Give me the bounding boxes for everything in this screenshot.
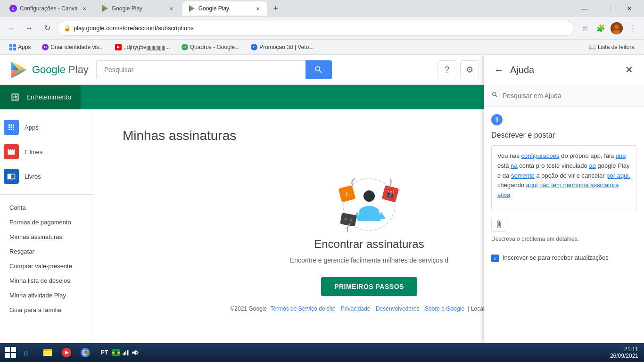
step-indicator: 3 <box>491 114 503 125</box>
taskbar-media[interactable] <box>58 344 75 361</box>
sidebar-item-apps[interactable]: Apps <box>0 115 94 140</box>
help-close-button[interactable]: ✕ <box>621 62 636 77</box>
taskbar-time: 21:11 26/09/2021 <box>606 346 642 359</box>
bookmark-promo-icon: P <box>251 44 257 50</box>
help-text-box[interactable]: Vou nas configurações do próprio app, fa… <box>491 145 636 211</box>
star-button[interactable]: ☆ <box>577 21 592 36</box>
page-content: Google Play <box>0 55 644 343</box>
canva-favicon: C <box>9 5 17 12</box>
tab-gplay-2-label: Google Play <box>198 5 251 12</box>
taskbar-ie[interactable]: e <box>20 344 38 361</box>
bookmarks-bar: Apps C Criar identidade vis... ▶ ,,djhyg… <box>0 40 644 55</box>
url-text: play.google.com/store/account/subscripti… <box>74 25 568 32</box>
tab-gplay-2-close[interactable]: ✕ <box>254 5 262 12</box>
bookmark-quadros[interactable]: D Quadros - Google... <box>178 43 243 51</box>
movies-icon <box>4 144 19 159</box>
bookmark-apps[interactable]: Apps <box>6 43 34 51</box>
sidebar-divider <box>0 194 94 195</box>
help-body: 3 Descrever e postar Vou nas configuraçõ… <box>484 107 644 343</box>
svg-point-45 <box>115 351 117 354</box>
help-panel: ← Ajuda ✕ 3 Descrever e postar Vou nas c… <box>484 55 644 343</box>
reading-list[interactable]: 📖 Lista de leitura <box>585 43 638 51</box>
help-header: ← Ajuda ✕ <box>484 55 644 85</box>
bookmark-promo[interactable]: P Promoção 3d | Veto... <box>247 43 317 51</box>
menu-button[interactable]: ⋮ <box>625 21 640 36</box>
cta-button[interactable]: PRIMEIROS PASSOS <box>321 277 417 296</box>
search-bar <box>96 60 332 79</box>
sidebar-filmes-label: Filmes <box>25 148 42 156</box>
footer-copyright: ©2021 Google <box>231 305 267 312</box>
lock-icon: 🔒 <box>64 25 71 32</box>
tab-gplay-1[interactable]: Google Play ✕ <box>96 1 181 16</box>
help-button[interactable]: ? <box>438 60 456 79</box>
svg-rect-49 <box>127 350 128 355</box>
sidebar-atividade[interactable]: Minha atividade Play <box>0 288 94 303</box>
svg-rect-12 <box>9 44 12 47</box>
new-tab-button[interactable]: + <box>269 2 282 15</box>
title-bar: C Configurações - Canva ✕ Google Play ✕ … <box>0 0 644 17</box>
extensions-button[interactable]: 🧩 <box>593 21 608 36</box>
footer-dev[interactable]: Desenvolvedores <box>376 305 420 312</box>
footer-terms[interactable]: Termos de Serviço do site <box>270 305 335 312</box>
sidebar-item-livros[interactable]: Livros <box>0 164 94 189</box>
settings-button[interactable]: ⚙ <box>460 60 479 79</box>
taskbar-sys: PT <box>95 349 143 356</box>
bookmark-dj[interactable]: ▶ ,,djhyg5ejjjjjjjjjjjjjjj... <box>111 43 174 51</box>
sidebar-vale-presente[interactable]: Comprar vale-presente <box>0 259 94 273</box>
apps-icon <box>4 120 19 135</box>
minimize-button[interactable]: — <box>573 1 595 16</box>
svg-text:C: C <box>12 7 15 11</box>
close-button[interactable]: ✕ <box>619 1 640 16</box>
sidebar-item-filmes[interactable]: Filmes <box>0 140 94 164</box>
svg-rect-14 <box>9 48 12 50</box>
back-button[interactable]: ← <box>4 21 19 36</box>
svg-rect-48 <box>125 351 126 355</box>
help-back-button[interactable]: ← <box>491 62 506 77</box>
gplay-logo-text: Google Play <box>32 64 89 76</box>
tab-gplay-1-close[interactable]: ✕ <box>167 5 175 12</box>
attach-button[interactable] <box>491 217 506 232</box>
sidebar-conta[interactable]: Conta <box>0 200 94 215</box>
svg-rect-30 <box>340 213 357 226</box>
maximize-button[interactable]: ⬜ <box>596 1 618 16</box>
subscription-illustration: ♪ 🎬 <box>327 162 412 238</box>
footer-about[interactable]: Sobre o Google <box>425 305 464 312</box>
sidebar-resgatar[interactable]: Resgatar <box>0 244 94 259</box>
tab-canva[interactable]: C Configurações - Canva ✕ <box>4 1 94 16</box>
nav-entertainment-label: Entretenimento <box>26 93 71 101</box>
forward-button[interactable]: → <box>22 21 37 36</box>
bookmark-canva[interactable]: C Criar identidade vis... <box>38 43 107 51</box>
profile-button[interactable] <box>609 21 624 36</box>
taskbar-chrome[interactable] <box>76 344 94 361</box>
tab-canva-close[interactable]: ✕ <box>81 5 88 12</box>
gplay-logo[interactable]: Google Play <box>9 60 89 79</box>
sidebar-pagamento[interactable]: Formas de pagamento <box>0 215 94 230</box>
help-title: Ajuda <box>510 65 618 75</box>
entertainment-icon <box>9 91 21 103</box>
url-bar[interactable]: 🔒 play.google.com/store/account/subscrip… <box>58 21 574 36</box>
footer-privacy[interactable]: Privacidade <box>341 305 371 312</box>
taskbar-explorer[interactable] <box>39 344 57 361</box>
tab-gplay-2[interactable]: Google Play ✕ <box>182 1 267 16</box>
sidebar-lista-desejos[interactable]: Minha lista de desejos <box>0 273 94 288</box>
reload-button[interactable]: ↻ <box>40 21 55 36</box>
svg-rect-36 <box>43 349 47 351</box>
books-icon <box>4 169 19 184</box>
search-input[interactable] <box>96 60 305 79</box>
date-display: 26/09/2021 <box>610 353 638 359</box>
sub-heading: Encontrar assinaturas <box>314 238 424 251</box>
svg-marker-51 <box>132 350 136 355</box>
svg-rect-50 <box>128 350 129 355</box>
subscribe-checkbox[interactable]: ✓ <box>491 255 499 262</box>
bookmark-apps-label: Apps <box>18 44 31 50</box>
help-search-input[interactable] <box>503 92 636 99</box>
sidebar-assinaturas[interactable]: Minhas assinaturas <box>0 230 94 244</box>
start-button[interactable] <box>2 344 19 361</box>
search-button[interactable] <box>305 60 332 79</box>
sidebar-familia[interactable]: Guia para a família <box>0 303 94 317</box>
sidebar-categories: Apps Filmes Livros <box>0 113 94 190</box>
flag-icon <box>112 349 120 356</box>
nav-entertainment[interactable]: Entretenimento <box>0 85 81 109</box>
bar-actions: ☆ 🧩 ⋮ <box>577 21 640 36</box>
bookmark-quadros-icon: D <box>182 44 188 50</box>
